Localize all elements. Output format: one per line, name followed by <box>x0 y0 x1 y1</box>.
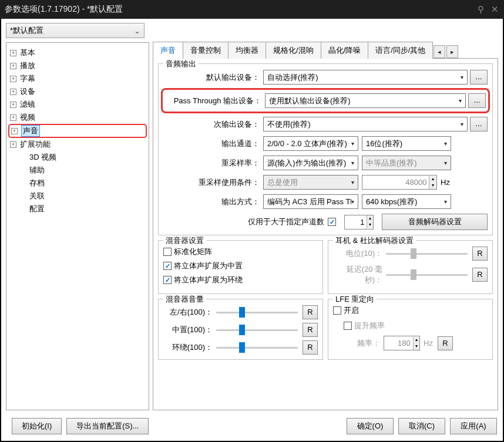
secondary-device-combo[interactable]: 不使用(推荐)▾ <box>263 117 468 131</box>
reset-button[interactable]: R <box>438 336 453 350</box>
reset-button[interactable]: R <box>303 340 318 355</box>
label: 提升频率 <box>354 320 385 331</box>
passthrough-device-combo[interactable]: 使用默认输出设备(推荐)▾ <box>265 93 466 108</box>
browse-button[interactable]: ... <box>470 117 488 131</box>
tab-音量控制[interactable]: 音量控制 <box>183 42 229 59</box>
ok-button[interactable]: 确定(O) <box>347 418 394 434</box>
lfe-boost-checkbox[interactable]: ✓ <box>344 322 352 330</box>
output-mode-combo[interactable]: 编码为 AC3 后用 Pass Through 输出▾ <box>263 194 358 209</box>
close-icon[interactable]: ✕ <box>490 4 499 15</box>
spin-down[interactable]: ▾ <box>429 183 436 189</box>
expand-icon[interactable]: + <box>10 102 16 108</box>
apply-button[interactable]: 应用(A) <box>450 418 497 434</box>
tree-item-关联[interactable]: 关联 <box>8 190 147 203</box>
tab-声音[interactable]: 声音 <box>153 42 183 59</box>
tree-item-播放[interactable]: +播放 <box>8 59 147 72</box>
default-device-combo[interactable]: 自动选择(推荐)▾ <box>263 70 468 85</box>
tree-item-label: 基本 <box>20 48 35 58</box>
pin-icon[interactable]: ⚲ <box>476 4 485 15</box>
expand-icon[interactable]: + <box>10 76 16 82</box>
lr-slider[interactable] <box>216 306 298 318</box>
tree-item-视频[interactable]: +视频 <box>8 111 147 124</box>
thresh-input[interactable] <box>345 216 367 228</box>
resample-cond-combo: 总是使用▾ <box>263 175 358 190</box>
thresh-spin[interactable]: ▴▾ <box>344 215 374 230</box>
chevron-down-icon: ▾ <box>444 160 447 166</box>
init-button[interactable]: 初始化(I) <box>12 418 62 434</box>
chevron-down-icon: ▾ <box>351 198 354 205</box>
tree-item-设备[interactable]: +设备 <box>8 85 147 98</box>
expand-icon[interactable]: + <box>10 141 16 148</box>
lfe-enable-checkbox[interactable]: ✓ <box>333 306 341 315</box>
chevron-down-icon: ⌄ <box>134 26 140 35</box>
tab-语言/同步/其他[interactable]: 语言/同步/其他 <box>368 42 433 59</box>
tree-item-辅助[interactable]: 辅助 <box>8 164 147 177</box>
label: 延迟(20 毫秒)： <box>333 264 386 285</box>
spin-up[interactable]: ▴ <box>414 337 419 343</box>
expand-icon[interactable]: + <box>11 128 18 134</box>
expand-center-checkbox[interactable]: ✓ <box>163 262 172 270</box>
reset-button[interactable]: R <box>303 305 318 319</box>
spin-down[interactable]: ▾ <box>367 222 373 228</box>
profile-select[interactable]: *默认配置 ⌄ <box>6 23 145 38</box>
tree-item-配置[interactable]: 配置 <box>8 203 147 215</box>
tree-item-字幕[interactable]: +字幕 <box>8 72 147 85</box>
tree-item-label: 3D 视频 <box>29 152 56 163</box>
group-dolby: 耳机 & 杜比解码器设置 电位(10)： R 延迟(20 毫秒)： R <box>328 240 493 294</box>
reset-button[interactable]: R <box>472 268 488 282</box>
tab-均衡器[interactable]: 均衡器 <box>228 42 266 59</box>
reset-button[interactable]: R <box>303 323 318 337</box>
group-volume: 混音器音量 左/右(100)： R 中置(100)： R <box>158 299 323 360</box>
tab-规格化/混响[interactable]: 规格化/混响 <box>266 42 321 59</box>
tree-item-label: 声音 <box>21 125 40 137</box>
tab-scroll-right[interactable]: ▸ <box>446 45 458 58</box>
surround-slider[interactable] <box>216 342 298 353</box>
tree-item-扩展功能[interactable]: +扩展功能 <box>8 138 147 151</box>
unit-label: Hz <box>441 178 450 187</box>
tree-item-3D 视频[interactable]: 3D 视频 <box>8 151 147 164</box>
tree-item-基本[interactable]: +基本 <box>8 46 147 59</box>
norm-matrix-checkbox[interactable]: ✓ <box>163 248 172 256</box>
group-audio-output: 音频输出 默认输出设备： 自动选择(推荐)▾ ... Pass Through … <box>158 63 493 235</box>
tree-item-label: 播放 <box>20 60 35 71</box>
tab-晶化/降噪[interactable]: 晶化/降噪 <box>321 42 369 59</box>
expand-icon[interactable]: + <box>10 89 16 95</box>
label: 开启 <box>344 305 359 316</box>
thresh-checkbox[interactable]: ✓ <box>328 218 336 226</box>
spin-down[interactable]: ▾ <box>414 343 419 350</box>
spin-up[interactable]: ▴ <box>429 176 436 183</box>
channels-combo[interactable]: 2/0/0 - 2.0 立体声(推荐)▾ <box>263 136 358 151</box>
tree-item-声音[interactable]: +声音 <box>9 124 146 137</box>
dim-slider <box>386 248 468 259</box>
hz-input[interactable] <box>362 176 429 188</box>
expand-icon[interactable]: + <box>10 50 16 56</box>
decoder-settings-button[interactable]: 音频解码器设置 <box>382 214 488 230</box>
tree-item-label: 存档 <box>29 178 45 188</box>
expand-icon[interactable]: + <box>10 114 16 121</box>
freq-spin[interactable]: ▴▾ <box>384 336 420 350</box>
tree-item-滤镜[interactable]: +滤镜 <box>8 98 147 111</box>
freq-input[interactable] <box>384 337 413 349</box>
group-legend: LFE 重定向 <box>333 294 377 305</box>
label: 左/右(100)： <box>163 307 216 318</box>
cancel-button[interactable]: 取消(C) <box>398 418 445 434</box>
window-title: 参数选项(1.7.17902) - *默认配置 <box>5 4 471 15</box>
center-slider[interactable] <box>216 324 298 336</box>
label: 输出通道： <box>163 139 263 149</box>
export-button[interactable]: 导出当前配置(S)... <box>66 418 149 434</box>
reset-button[interactable]: R <box>472 247 488 261</box>
bits-combo[interactable]: 16位(推荐)▾ <box>362 136 451 151</box>
expand-surround-checkbox[interactable]: ✓ <box>163 276 172 284</box>
label: 次输出设备： <box>163 119 263 130</box>
label: 频率： <box>354 338 384 349</box>
browse-button[interactable]: ... <box>470 70 488 85</box>
resample-combo[interactable]: 源(输入)作为输出(推荐)▾ <box>263 156 358 170</box>
expand-icon[interactable]: + <box>10 63 16 69</box>
label: 标准化矩阵 <box>174 247 212 257</box>
tree-item-存档[interactable]: 存档 <box>8 177 147 190</box>
hz-spin[interactable]: ▴▾ <box>362 175 437 190</box>
bitrate-combo[interactable]: 640 kbps(推荐)▾ <box>362 194 451 209</box>
browse-button[interactable]: ... <box>468 93 486 108</box>
tab-scroll-left[interactable]: ◂ <box>434 45 445 58</box>
spin-up[interactable]: ▴ <box>367 215 373 222</box>
